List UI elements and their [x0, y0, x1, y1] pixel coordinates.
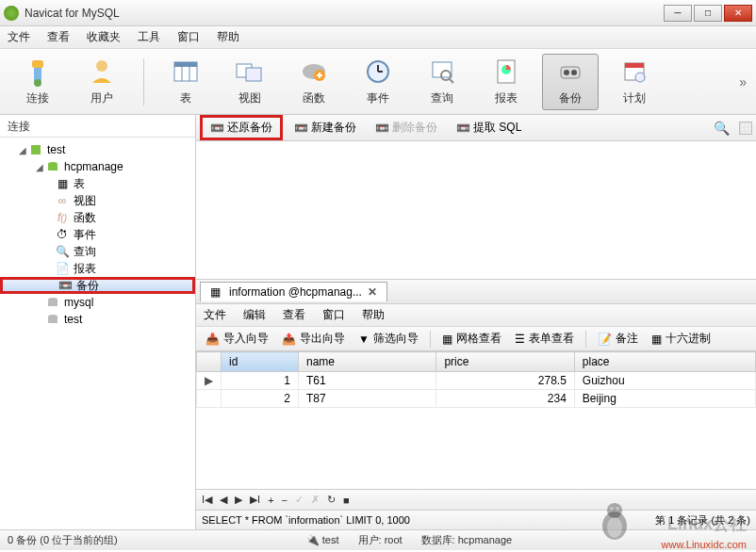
nav-cancel-icon[interactable]: ✗ [311, 494, 320, 506]
memo-button[interactable]: 📝备注 [592, 329, 644, 349]
svg-point-21 [564, 70, 569, 75]
report-icon: 📄 [55, 261, 70, 276]
svg-point-22 [571, 70, 577, 75]
grid-view-button[interactable]: ▦网格查看 [436, 329, 507, 349]
nav-stop-icon[interactable]: ■ [343, 495, 350, 506]
tree-events[interactable]: ⏱事件 [0, 226, 195, 243]
nav-prev-icon[interactable]: ◀ [220, 494, 227, 506]
tb-function[interactable]: 函数 [286, 54, 342, 110]
tree-db-mysql[interactable]: mysql [0, 294, 195, 311]
hex-button[interactable]: ▦十六进制 [646, 329, 716, 349]
tree-views[interactable]: ∞视图 [0, 192, 195, 209]
row-header[interactable] [197, 352, 222, 372]
maximize-button[interactable]: □ [694, 5, 722, 22]
tabmenu-window[interactable]: 窗口 [322, 307, 345, 323]
nav-first-icon[interactable]: I◀ [202, 494, 212, 506]
menu-file[interactable]: 文件 [8, 29, 30, 45]
minimize-button[interactable]: ─ [664, 5, 692, 22]
extract-sql-button[interactable]: 📼提取 SQL [449, 118, 529, 138]
tab-close-icon[interactable]: ✕ [368, 285, 377, 299]
view-mode-icon[interactable] [739, 122, 752, 135]
nav-last-icon[interactable]: ▶I [250, 494, 260, 506]
menu-view[interactable]: 查看 [47, 29, 70, 45]
tree: ◢ test ◢ hcpmanage ▦表 ∞视图 f()函数 ⏱事件 🔍查询 … [0, 138, 195, 332]
tb-event[interactable]: 事件 [350, 54, 406, 110]
content-area: 📼还原备份 📼新建备份 📼删除备份 📼提取 SQL 🔍 ▦ informatio… [196, 115, 756, 529]
data-grid[interactable]: id name price place ▶ 1 T61 278.5 Guizho… [196, 351, 756, 490]
tabmenu-view[interactable]: 查看 [283, 307, 305, 323]
export-icon: 📤 [282, 333, 296, 346]
table-row[interactable]: ▶ 1 T61 278.5 Guizhou [197, 372, 756, 390]
tb-backup[interactable]: 备份 [542, 54, 599, 110]
table-row[interactable]: 2 T87 234 Beijing [197, 390, 756, 408]
col-place[interactable]: place [574, 352, 755, 372]
menu-favorites[interactable]: 收藏夹 [87, 29, 121, 45]
nav-next-icon[interactable]: ▶ [235, 494, 242, 506]
svg-rect-1 [34, 68, 41, 81]
filter-icon: ▼ [358, 333, 370, 346]
tree-connection-test[interactable]: ◢ test [0, 141, 195, 158]
tab-toolbar: 📥导入向导 📤导出向导 ▼筛选向导 ▦网格查看 ☰表单查看 📝备注 ▦十六进制 [196, 327, 756, 351]
tb-user[interactable]: 用户 [74, 54, 130, 110]
form-view-button[interactable]: ☰表单查看 [509, 329, 580, 349]
tabmenu-help[interactable]: 帮助 [362, 307, 385, 323]
svg-line-17 [450, 79, 453, 83]
nav-add-icon[interactable]: + [268, 495, 273, 506]
query-icon [427, 57, 457, 87]
menu-tools[interactable]: 工具 [138, 29, 160, 45]
menu-help[interactable]: 帮助 [217, 29, 239, 45]
import-wizard-button[interactable]: 📥导入向导 [200, 329, 274, 349]
table-icon [171, 57, 201, 87]
nav-commit-icon[interactable]: ✓ [295, 494, 304, 506]
tb-query[interactable]: 查询 [414, 54, 470, 110]
nav-refresh-icon[interactable]: ↻ [327, 494, 336, 506]
separator [143, 58, 144, 106]
tree-queries[interactable]: 🔍查询 [0, 243, 195, 260]
sidebar: 连接 ◢ test ◢ hcpmanage ▦表 ∞视图 f()函数 ⏱事件 🔍… [0, 115, 196, 529]
restore-backup-button[interactable]: 📼还原备份 [200, 115, 283, 140]
tb-report[interactable]: 报表 [478, 54, 534, 110]
close-button[interactable]: ✕ [724, 5, 752, 22]
record-info: 第 1 条记录 (共 2 条) [655, 513, 750, 528]
svg-point-2 [34, 79, 41, 87]
database-icon [45, 295, 60, 310]
collapse-icon[interactable]: ◢ [34, 162, 45, 172]
tree-db-test[interactable]: test [0, 311, 195, 328]
tree-tables[interactable]: ▦表 [0, 175, 195, 192]
status-db: 数据库: hcpmanage [421, 533, 513, 547]
new-backup-button[interactable]: 📼新建备份 [287, 118, 364, 138]
tab-information[interactable]: ▦ information @hcpmanag... ✕ [200, 282, 387, 301]
tb-schedule[interactable]: 计划 [606, 54, 663, 110]
table-icon: ▦ [55, 176, 70, 191]
clock-icon [363, 57, 393, 87]
app-icon [4, 6, 19, 21]
tree-db-hcpmanage[interactable]: ◢ hcpmanage [0, 158, 195, 175]
tb-view[interactable]: 视图 [222, 54, 278, 110]
backup-list-area [196, 141, 756, 279]
menu-window[interactable]: 窗口 [177, 29, 200, 45]
search-icon[interactable]: 🔍 [714, 121, 730, 136]
svg-rect-24 [625, 63, 644, 68]
tb-table[interactable]: 表 [157, 54, 214, 110]
tree-functions[interactable]: f()函数 [0, 209, 195, 226]
col-price[interactable]: price [436, 352, 574, 372]
tb-connection[interactable]: 连接 [9, 54, 66, 110]
nav-delete-icon[interactable]: − [282, 495, 288, 506]
export-wizard-button[interactable]: 📤导出向导 [276, 329, 351, 349]
clock-icon: ⏱ [55, 227, 70, 242]
tab-header: ▦ information @hcpmanag... ✕ [196, 280, 756, 304]
filter-wizard-button[interactable]: ▼筛选向导 [353, 329, 424, 349]
collapse-icon[interactable]: ◢ [17, 145, 28, 155]
svg-rect-28 [48, 164, 58, 170]
sidebar-header: 连接 [0, 115, 195, 138]
toolbar-overflow-icon[interactable]: » [739, 74, 747, 89]
tabmenu-file[interactable]: 文件 [204, 307, 226, 323]
delete-backup-button[interactable]: 📼删除备份 [368, 118, 445, 138]
tree-reports[interactable]: 📄报表 [0, 260, 195, 277]
memo-icon: 📝 [598, 333, 612, 346]
col-name[interactable]: name [299, 352, 436, 372]
tree-backups[interactable]: 📼备份 [0, 277, 195, 294]
col-id[interactable]: id [222, 352, 299, 372]
tabmenu-edit[interactable]: 编辑 [243, 307, 266, 323]
connection-icon: 🔌 [306, 534, 320, 545]
